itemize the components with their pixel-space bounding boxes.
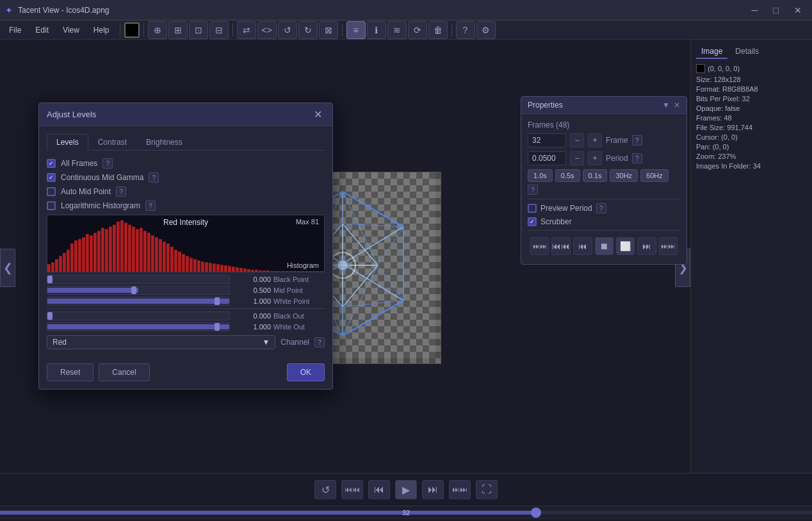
black-point-slider[interactable] [47,275,230,284]
dialog-footer: Reset Cancel OK [39,357,332,389]
transport-fullscreen-button[interactable]: ⛶ [476,480,498,499]
props-transport-prev-button[interactable]: ⏮⏮ [551,237,571,255]
frame-input[interactable] [528,133,566,147]
dialog-close-button[interactable]: ✕ [311,108,325,120]
frame-minus-button[interactable]: − [570,133,584,147]
toolbar-redo-button[interactable]: ↻ [298,21,318,39]
continuous-label: Continuous Mid Gamma [61,173,143,182]
svg-rect-78 [220,265,223,272]
minimize-button[interactable]: ─ [747,4,763,17]
transport-first-button[interactable]: ⏮⏮ [341,480,363,499]
svg-rect-76 [213,263,216,272]
speed-01s-button[interactable]: 0.1s [583,169,608,182]
preview-period-help[interactable]: ? [596,203,606,213]
props-transport-stop2-button[interactable]: ⬜ [616,237,635,255]
speed-05s-button[interactable]: 0.5s [555,169,580,182]
toolbar-tile-button[interactable]: ⊡ [189,21,208,39]
checkbox-all-frames[interactable] [47,159,56,168]
properties-pin-button[interactable]: ▼ [662,101,670,110]
tab-details[interactable]: Details [730,45,764,59]
dialog-body: Levels Contrast Brightness All Frames ? … [39,126,332,357]
properties-title: Properties [528,101,563,110]
black-point-label: Black Point [273,276,325,283]
frame-help[interactable]: ? [632,135,642,145]
continuous-help[interactable]: ? [149,172,159,183]
svg-rect-70 [190,258,193,272]
black-out-slider[interactable] [47,311,230,320]
checkbox-log-hist[interactable] [47,201,56,210]
log-hist-help[interactable]: ? [145,201,156,211]
props-transport-step-prev-button[interactable]: ⏮ [573,237,592,255]
svg-rect-74 [205,262,208,272]
props-transport-to-start-button[interactable]: ⏭⏭ [659,237,678,255]
tab-image[interactable]: Image [696,45,727,59]
period-plus-button[interactable]: + [588,151,602,165]
speed-1s-button[interactable]: 1.0s [528,169,553,182]
toolbar-filmstrip-button[interactable]: ⊞ [168,21,188,39]
transport-last-button[interactable]: ⏭⏭ [449,480,471,499]
ok-button[interactable]: OK [287,363,325,381]
period-minus-button[interactable]: − [570,151,584,165]
checkbox-auto-mid[interactable] [47,187,56,196]
period-label: Period [606,154,628,163]
speed-30hz-button[interactable]: 30Hz [610,169,638,182]
transport-prev-button[interactable]: ⏮ [368,480,390,499]
close-button[interactable]: ✕ [789,4,807,17]
speed-60hz-button[interactable]: 60Hz [640,169,669,182]
white-point-slider[interactable] [47,297,230,306]
toolbar-thumbnails-button[interactable]: ⊕ [148,21,167,39]
toolbar-refresh-button[interactable]: ⟳ [408,21,427,39]
transport-play-button[interactable]: ▶ [395,480,417,499]
toolbar-sep-2 [342,24,343,37]
white-out-slider[interactable] [47,322,230,331]
mid-point-slider[interactable] [47,286,230,295]
preview-period-checkbox[interactable] [528,204,537,213]
maximize-button[interactable]: □ [768,4,784,17]
speed-help[interactable]: ? [528,185,538,195]
toolbar-crop-button[interactable]: ⊠ [319,21,338,39]
all-frames-help[interactable]: ? [102,158,113,169]
channel-select[interactable]: Red ▼ [47,335,275,349]
toolbar-levels-button[interactable]: ≡ [346,21,366,39]
svg-rect-98 [297,271,300,272]
toolbar-code-button[interactable]: <> [257,21,277,39]
svg-rect-83 [240,268,243,272]
props-transport-step-next-button[interactable]: ⏭ [637,237,656,255]
menu-edit[interactable]: Edit [29,23,55,37]
props-transport-to-end-button[interactable]: ⏭⏭ [530,237,549,255]
period-help[interactable]: ? [632,153,642,163]
scrubber-checkbox[interactable] [528,217,537,226]
toolbar-info-button[interactable]: ℹ [367,21,386,39]
tab-contrast[interactable]: Contrast [88,134,136,151]
menu-file[interactable]: File [3,23,28,37]
period-input[interactable] [528,151,566,165]
props-transport-stop-button[interactable]: ⏹ [595,237,613,255]
toolbar-undo-button[interactable]: ↺ [278,21,297,39]
transport-loop-button[interactable]: ↺ [314,480,336,499]
progress-bar-container[interactable]: 32 [0,506,812,518]
toolbar-flip-h-button[interactable]: ⇄ [237,21,256,39]
svg-point-19 [337,260,348,270]
auto-mid-help[interactable]: ? [116,186,126,197]
tab-brightness[interactable]: Brightness [136,134,192,151]
nav-prev-button[interactable]: ❮ [0,249,15,287]
svg-rect-88 [259,270,262,272]
toolbar-delete-button[interactable]: 🗑 [428,21,448,39]
menu-view[interactable]: View [56,23,86,37]
checkbox-continuous[interactable] [47,173,56,182]
tab-levels[interactable]: Levels [47,134,88,151]
reset-button[interactable]: Reset [47,363,93,381]
menu-help[interactable]: Help [87,23,116,37]
toolbar-settings-button[interactable]: ⚙ [476,21,496,39]
properties-close-button[interactable]: ✕ [674,101,680,110]
channel-help[interactable]: ? [314,337,325,347]
color-picker-button[interactable] [124,22,140,38]
transport-next-button[interactable]: ⏭ [422,480,444,499]
channel-dropdown-arrow: ▼ [262,338,270,347]
frame-plus-button[interactable]: + [588,133,602,147]
toolbar-help-button[interactable]: ? [456,21,475,39]
svg-rect-62 [159,239,162,272]
toolbar-grid-button[interactable]: ⊟ [209,21,229,39]
cancel-button[interactable]: Cancel [99,363,149,381]
toolbar-filter-button[interactable]: ≋ [387,21,407,39]
